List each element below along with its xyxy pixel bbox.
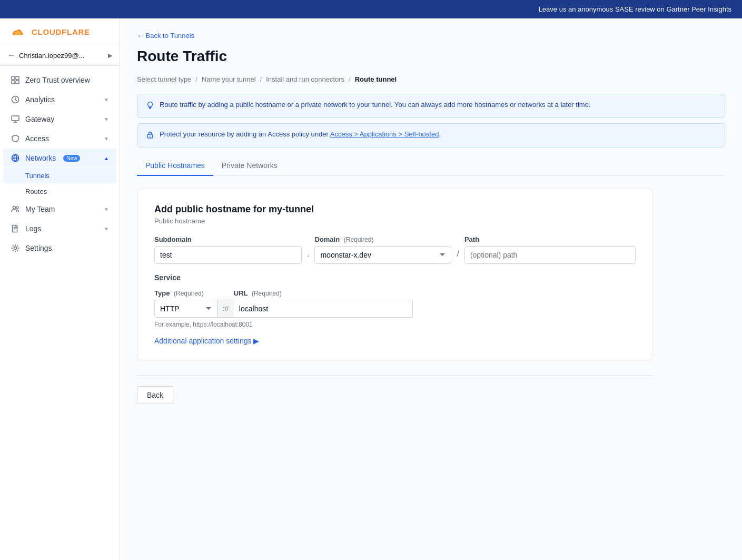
sidebar-sub-item-routes[interactable]: Routes <box>3 184 116 199</box>
sidebar-item-my-team[interactable]: My Team ▼ <box>3 200 116 219</box>
chevron-down-icon: ▼ <box>104 207 109 212</box>
sidebar-sub-item-tunnels[interactable]: Tunnels <box>3 168 116 183</box>
tabs-container: Public Hostnames Private Networks <box>137 156 725 176</box>
breadcrumb-step-2: Name your tunnel <box>202 75 256 83</box>
breadcrumb-sep-2: / <box>260 75 262 83</box>
add-hostname-form: Add public hostname for my-tunnel Public… <box>137 189 653 360</box>
tab-private-networks[interactable]: Private Networks <box>213 156 286 176</box>
sidebar-item-label: Settings <box>25 244 52 252</box>
lock-icon <box>146 131 154 141</box>
sub-item-label: Routes <box>25 188 47 195</box>
service-type-group: Type (Required) HTTP HTTPS TCP UDP SSH R… <box>154 289 217 318</box>
service-row: Type (Required) HTTP HTTPS TCP UDP SSH R… <box>154 288 636 318</box>
lightbulb-icon <box>146 101 154 111</box>
svg-point-8 <box>16 207 18 209</box>
main-content: ← Back to Tunnels Route Traffic Select t… <box>120 18 742 560</box>
service-url-group: URL (Required) <box>234 289 636 318</box>
back-button[interactable]: Back <box>137 386 173 404</box>
sub-item-label: Tunnels <box>25 172 50 180</box>
url-hint: For example, https://localhost:8001 <box>154 321 636 328</box>
service-url-input[interactable] <box>234 300 413 318</box>
top-banner: Leave us an anonymous SASE review on Gar… <box>0 0 742 18</box>
banner-text: Leave us an anonymous SASE review on Gar… <box>539 5 731 13</box>
chevron-down-icon: ▼ <box>104 97 109 103</box>
domain-group: Domain (Required) moonstar-x.dev <box>314 235 451 264</box>
sidebar-item-label: Access <box>25 134 49 143</box>
sidebar-item-label: Logs <box>25 224 41 233</box>
info-banner-route-traffic: Route traffic by adding a public hostnam… <box>137 94 725 118</box>
globe-icon <box>11 153 20 163</box>
sidebar-item-label: Analytics <box>25 95 55 104</box>
breadcrumb-step-1: Select tunnel type <box>137 75 191 83</box>
cloudflare-text: CLOUDFLARE <box>32 27 90 36</box>
svg-rect-5 <box>12 116 19 121</box>
svg-rect-0 <box>12 76 15 80</box>
sidebar-item-zero-trust[interactable]: Zero Trust overview <box>3 71 116 90</box>
form-card-subtitle: Public hostname <box>154 217 636 225</box>
file-icon <box>11 224 20 233</box>
scheme-separator: :// <box>217 299 234 318</box>
access-applications-link[interactable]: Access > Applications > Self-hosted <box>330 130 439 138</box>
type-required-marker: (Required) <box>174 290 204 297</box>
type-label: Type (Required) <box>154 289 217 297</box>
chevron-down-icon: ▼ <box>104 116 109 122</box>
account-selector[interactable]: ← Christian.lopez99@... ▶ <box>0 45 120 66</box>
sidebar-item-access[interactable]: Access ▼ <box>3 129 116 148</box>
sidebar-item-analytics[interactable]: Analytics ▼ <box>3 90 116 109</box>
chevron-down-icon: ▼ <box>104 226 109 232</box>
bottom-actions: Back <box>137 375 653 404</box>
breadcrumb-step-4-active: Route tunnel <box>355 75 397 83</box>
sidebar-item-gateway[interactable]: Gateway ▼ <box>3 110 116 129</box>
account-name: Christian.lopez99@... <box>19 52 84 60</box>
sidebar-item-settings[interactable]: Settings <box>3 239 116 258</box>
url-required-marker: (Required) <box>252 290 282 297</box>
account-left-arrow: ← <box>7 51 16 60</box>
new-badge: New <box>63 155 80 162</box>
service-section-label: Service <box>154 273 636 282</box>
info-banner-2-text: Protect your resource by adding an Acces… <box>160 130 441 138</box>
back-to-tunnels-link[interactable]: ← Back to Tunnels <box>137 32 194 40</box>
cloudflare-logo-icon <box>8 26 27 37</box>
logo-area: CLOUDFLARE <box>0 18 120 45</box>
additional-application-settings-link[interactable]: Additional application settings ▶ <box>154 337 259 345</box>
grid-icon <box>11 75 20 85</box>
path-input[interactable] <box>464 246 636 264</box>
sidebar-item-label: Networks <box>25 154 56 162</box>
hostname-row: Subdomain . Domain (Required) moonstar-x… <box>154 235 636 264</box>
sidebar-item-networks[interactable]: Networks New ▲ <box>3 149 116 168</box>
breadcrumb-step-3: Install and run connectors <box>266 75 344 83</box>
gear-icon <box>11 243 20 253</box>
shield-icon <box>11 134 20 143</box>
sidebar-nav: Zero Trust overview Analytics ▼ <box>0 66 120 262</box>
info-banner-1-text: Route traffic by adding a public hostnam… <box>160 101 591 109</box>
page-title: Route Traffic <box>137 48 725 65</box>
svg-rect-3 <box>16 81 19 84</box>
domain-required-marker: (Required) <box>344 236 374 243</box>
subdomain-group: Subdomain <box>154 235 302 264</box>
chevron-up-icon: ▲ <box>104 155 109 161</box>
sidebar-item-logs[interactable]: Logs ▼ <box>3 219 116 238</box>
breadcrumb: Select tunnel type / Name your tunnel / … <box>137 75 725 83</box>
subdomain-label: Subdomain <box>154 235 302 243</box>
slash-sep: / <box>457 249 459 264</box>
svg-point-10 <box>14 247 17 250</box>
svg-point-7 <box>13 207 16 209</box>
users-icon <box>11 204 20 214</box>
service-type-select[interactable]: HTTP HTTPS TCP UDP SSH RDP <box>154 300 217 318</box>
sidebar-item-label: Gateway <box>25 115 54 123</box>
domain-label: Domain (Required) <box>314 235 451 243</box>
clock-icon <box>11 95 20 104</box>
svg-rect-2 <box>12 81 15 84</box>
sidebar-item-label: Zero Trust overview <box>25 76 90 84</box>
svg-rect-1 <box>16 76 19 80</box>
domain-select[interactable]: moonstar-x.dev <box>314 246 451 264</box>
path-label: Path <box>464 235 636 243</box>
monitor-icon <box>11 114 20 124</box>
svg-point-12 <box>150 136 151 137</box>
tab-public-hostnames[interactable]: Public Hostnames <box>137 156 213 176</box>
path-group: Path <box>464 235 636 264</box>
subdomain-input[interactable] <box>154 246 302 264</box>
info-banner-protect-resource: Protect your resource by adding an Acces… <box>137 123 725 148</box>
dot-sep: . <box>307 249 309 264</box>
sidebar-item-label: My Team <box>25 205 55 213</box>
